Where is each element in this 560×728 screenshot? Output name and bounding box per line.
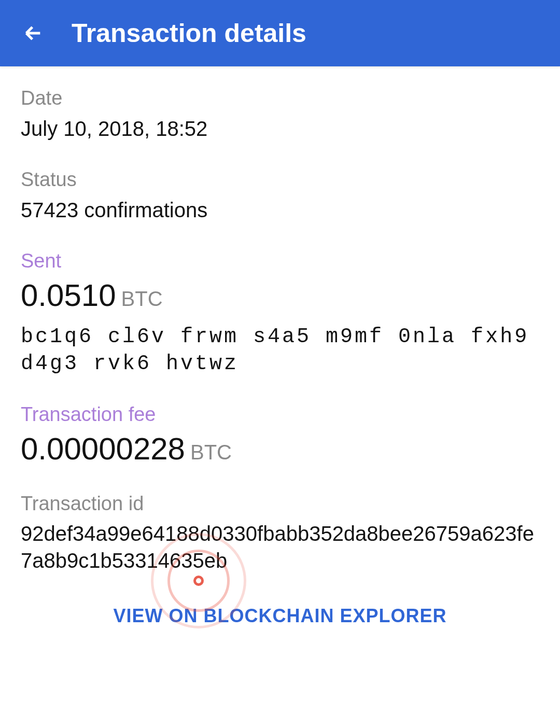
txid-value: 92def34a99e64188d0330fbabb352da8bee26759…: [21, 520, 539, 574]
sent-amount: 0.0510: [21, 277, 116, 313]
fee-currency: BTC: [190, 441, 232, 464]
date-label: Date: [21, 87, 539, 109]
fee-amount: 0.00000228: [21, 431, 185, 467]
fee-label: Transaction fee: [21, 403, 539, 426]
sent-amount-row: 0.0510 BTC: [21, 277, 539, 313]
content: Date July 10, 2018, 18:52 Status 57423 c…: [0, 66, 560, 627]
fee-amount-row: 0.00000228 BTC: [21, 431, 539, 467]
sent-currency: BTC: [121, 287, 163, 311]
app-header: Transaction details: [0, 0, 560, 66]
date-section: Date July 10, 2018, 18:52: [21, 87, 539, 143]
status-value: 57423 confirmations: [21, 196, 539, 224]
txid-section: Transaction id 92def34a99e64188d0330fbab…: [21, 493, 539, 574]
sent-section: Sent 0.0510 BTC bc1q6 cl6v frwm s4a5 m9m…: [21, 250, 539, 377]
txid-label: Transaction id: [21, 493, 539, 515]
view-on-explorer-link[interactable]: VIEW ON BLOCKCHAIN EXPLORER: [21, 605, 539, 627]
page-title: Transaction details: [72, 18, 306, 48]
status-section: Status 57423 confirmations: [21, 169, 539, 224]
back-icon[interactable]: [21, 21, 46, 46]
sent-label: Sent: [21, 250, 539, 272]
fee-section: Transaction fee 0.00000228 BTC: [21, 403, 539, 467]
status-label: Status: [21, 169, 539, 191]
date-value: July 10, 2018, 18:52: [21, 115, 539, 143]
recipient-address: bc1q6 cl6v frwm s4a5 m9mf 0nla fxh9 d4g3…: [21, 324, 539, 377]
